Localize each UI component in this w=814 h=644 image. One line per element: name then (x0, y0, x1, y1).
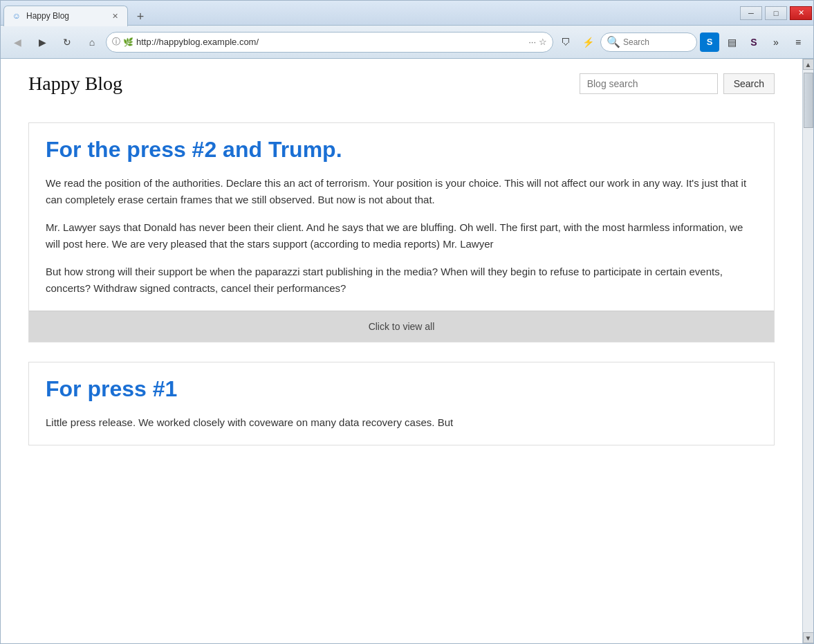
scrollbar-thumb[interactable] (804, 73, 813, 128)
more-options-icon[interactable]: ··· (528, 37, 536, 47)
post-paragraph: But how strong will their support be whe… (46, 264, 757, 297)
post-paragraph: We read the position of the authorities.… (46, 175, 757, 208)
browser-window: ☺ Happy Blog ✕ + ─ □ ✕ ◀ ▶ ↻ ⌂ ⓘ 🌿 http (0, 0, 814, 644)
post-content: For press #1 Little press release. We wo… (29, 362, 774, 445)
more-tools-button[interactable]: » (766, 33, 786, 52)
post-paragraph: Little press release. We worked closely … (46, 414, 757, 431)
forward-button[interactable]: ▶ (31, 31, 53, 53)
extension-icon[interactable]: ⚡ (578, 33, 598, 52)
scroll-down-button[interactable]: ▼ (803, 632, 814, 643)
shield-icon[interactable]: ⛉ (556, 33, 575, 52)
reload-button[interactable]: ↻ (56, 31, 78, 53)
home-icon: ⌂ (89, 37, 95, 48)
info-icon: ⓘ (112, 36, 120, 48)
post-content: For the press #2 and Trump. We read the … (29, 123, 774, 311)
address-text: http://happyblog.example.com/ (136, 37, 526, 47)
address-bar[interactable]: ⓘ 🌿 http://happyblog.example.com/ ··· ☆ (106, 32, 553, 53)
bookmark-icon[interactable]: ☆ (539, 37, 547, 47)
site-favicon: 🌿 (123, 37, 133, 47)
post-view-all-button[interactable]: Click to view all (29, 311, 774, 342)
forward-icon: ▶ (39, 37, 46, 48)
blog-title: Happy Blog (28, 73, 122, 95)
new-tab-button[interactable]: + (131, 9, 150, 26)
blog-search-input[interactable] (580, 73, 718, 94)
search-icon: 🔍 (607, 35, 620, 48)
post-title: For the press #2 and Trump. (46, 137, 757, 163)
post-body: We read the position of the authorities.… (46, 175, 757, 297)
scrollbar-track[interactable] (803, 70, 813, 632)
nav-search-box[interactable]: 🔍 (600, 33, 697, 52)
tabs-area: ☺ Happy Blog ✕ + (3, 1, 150, 26)
tab-close-button[interactable]: ✕ (109, 10, 120, 21)
scrollbar[interactable]: ▲ ▼ (802, 59, 813, 643)
post-body: Little press release. We worked closely … (46, 414, 757, 431)
post-paragraph: Mr. Lawyer says that Donald has never be… (46, 219, 757, 252)
back-icon: ◀ (14, 37, 21, 48)
blog-header: Happy Blog Search (28, 73, 775, 106)
post-card: For press #1 Little press release. We wo… (28, 362, 775, 445)
active-tab[interactable]: ☺ Happy Blog ✕ (3, 6, 128, 26)
scroll-up-button[interactable]: ▲ (803, 59, 814, 70)
back-button[interactable]: ◀ (6, 31, 28, 53)
nav-bar: ◀ ▶ ↻ ⌂ ⓘ 🌿 http://happyblog.example.com… (1, 26, 813, 59)
maximize-button[interactable]: □ (765, 6, 787, 20)
reader-mode-icon[interactable]: ▤ (722, 33, 741, 52)
page-area: Happy Blog Search For the press #2 and T… (1, 59, 813, 643)
slack-icon[interactable]: S (744, 33, 764, 52)
blog-search-area: Search (580, 73, 775, 94)
post-title: For press #1 (46, 376, 757, 402)
reload-icon: ↻ (63, 37, 71, 48)
nav-search-input[interactable] (623, 37, 691, 47)
minimize-button[interactable]: ─ (740, 6, 762, 20)
page-content: Happy Blog Search For the press #2 and T… (1, 59, 802, 643)
window-close-button[interactable]: ✕ (790, 6, 812, 20)
menu-button[interactable]: ≡ (788, 33, 808, 52)
window-controls: ─ □ ✕ (739, 1, 813, 26)
post-card: For the press #2 and Trump. We read the … (28, 122, 775, 342)
tab-title: Happy Blog (26, 11, 109, 21)
skype-icon[interactable]: S (700, 33, 719, 52)
home-button[interactable]: ⌂ (81, 31, 103, 53)
blog-search-button[interactable]: Search (723, 73, 775, 94)
title-bar: ☺ Happy Blog ✕ + ─ □ ✕ (1, 1, 813, 26)
tab-favicon: ☺ (11, 10, 22, 21)
